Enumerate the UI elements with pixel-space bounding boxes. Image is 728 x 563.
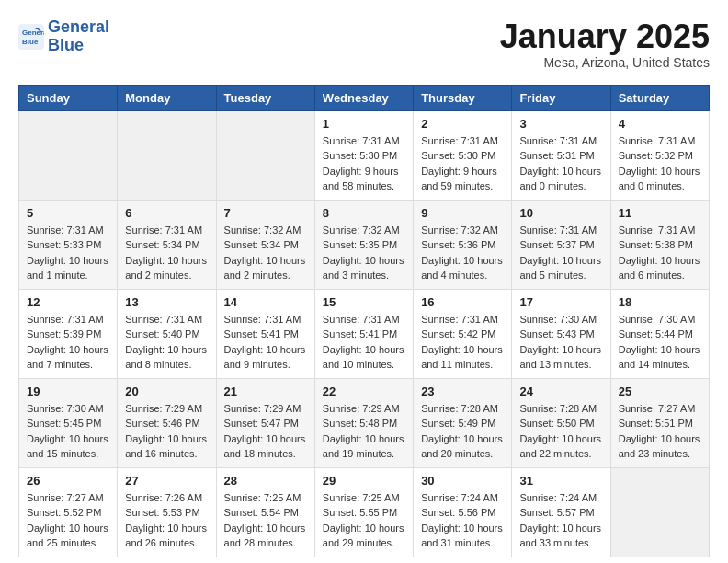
day-info: Sunrise: 7:24 AM Sunset: 5:56 PM Dayligh…: [421, 490, 504, 551]
day-cell: [118, 110, 216, 200]
sunrise-label: Sunrise: 7:24 AM: [421, 492, 498, 503]
sunrise-label: Sunrise: 7:30 AM: [619, 314, 696, 325]
day-info: Sunrise: 7:27 AM Sunset: 5:51 PM Dayligh…: [619, 401, 701, 462]
svg-text:Blue: Blue: [22, 38, 39, 46]
daylight-label: Daylight: 10 hours and 0 minutes.: [519, 166, 601, 192]
daylight-label: Daylight: 10 hours and 5 minutes.: [519, 255, 601, 282]
daylight-label: Daylight: 10 hours and 20 minutes.: [421, 433, 503, 460]
sunrise-label: Sunrise: 7:31 AM: [421, 135, 498, 146]
day-number: 12: [27, 295, 109, 309]
day-cell: 25 Sunrise: 7:27 AM Sunset: 5:51 PM Dayl…: [610, 378, 709, 467]
day-number: 11: [619, 206, 701, 220]
sunrise-label: Sunrise: 7:29 AM: [323, 403, 400, 414]
day-cell: 12 Sunrise: 7:31 AM Sunset: 5:39 PM Dayl…: [19, 289, 118, 378]
day-cell: 3 Sunrise: 7:31 AM Sunset: 5:31 PM Dayli…: [512, 110, 610, 200]
col-sunday: Sunday: [19, 85, 118, 110]
sunset-label: Sunset: 5:41 PM: [224, 328, 299, 339]
sunset-label: Sunset: 5:40 PM: [125, 328, 199, 339]
day-number: 13: [125, 295, 208, 309]
sunrise-label: Sunrise: 7:29 AM: [224, 403, 301, 414]
col-monday: Monday: [118, 85, 216, 110]
day-info: Sunrise: 7:31 AM Sunset: 5:42 PM Dayligh…: [421, 312, 504, 373]
sunrise-label: Sunrise: 7:31 AM: [27, 314, 104, 325]
sunrise-label: Sunrise: 7:26 AM: [125, 492, 202, 503]
daylight-label: Daylight: 10 hours and 2 minutes.: [125, 255, 207, 282]
day-number: 4: [619, 117, 701, 131]
day-number: 5: [27, 206, 109, 220]
sunset-label: Sunset: 5:41 PM: [323, 328, 397, 339]
sunset-label: Sunset: 5:44 PM: [619, 328, 693, 339]
daylight-label: Daylight: 9 hours and 59 minutes.: [421, 166, 497, 192]
calendar-table: Sunday Monday Tuesday Wednesday Thursday…: [18, 85, 710, 557]
day-info: Sunrise: 7:31 AM Sunset: 5:39 PM Dayligh…: [27, 312, 109, 373]
col-friday: Friday: [512, 85, 610, 110]
col-tuesday: Tuesday: [216, 85, 314, 110]
day-cell: 22 Sunrise: 7:29 AM Sunset: 5:48 PM Dayl…: [314, 378, 413, 467]
day-number: 9: [421, 206, 504, 220]
daylight-label: Daylight: 10 hours and 0 minutes.: [619, 166, 700, 192]
daylight-label: Daylight: 10 hours and 15 minutes.: [27, 433, 108, 460]
day-info: Sunrise: 7:31 AM Sunset: 5:41 PM Dayligh…: [224, 312, 307, 373]
sunrise-label: Sunrise: 7:28 AM: [519, 403, 597, 414]
day-info: Sunrise: 7:31 AM Sunset: 5:31 PM Dayligh…: [519, 133, 602, 194]
day-cell: 19 Sunrise: 7:30 AM Sunset: 5:45 PM Dayl…: [19, 378, 118, 467]
day-number: 3: [519, 117, 602, 131]
week-row-1: 1 Sunrise: 7:31 AM Sunset: 5:30 PM Dayli…: [19, 110, 710, 200]
day-cell: 28 Sunrise: 7:25 AM Sunset: 5:54 PM Dayl…: [216, 467, 314, 557]
sunset-label: Sunset: 5:36 PM: [421, 239, 495, 250]
day-number: 28: [224, 474, 307, 488]
sunrise-label: Sunrise: 7:30 AM: [519, 314, 597, 325]
sunset-label: Sunset: 5:30 PM: [323, 150, 397, 161]
day-number: 30: [421, 474, 504, 488]
sunrise-label: Sunrise: 7:31 AM: [125, 224, 202, 236]
day-number: 24: [519, 385, 602, 398]
sunrise-label: Sunrise: 7:31 AM: [224, 314, 301, 325]
sunset-label: Sunset: 5:48 PM: [323, 418, 397, 429]
sunrise-label: Sunrise: 7:31 AM: [619, 135, 696, 146]
day-info: Sunrise: 7:29 AM Sunset: 5:48 PM Dayligh…: [323, 401, 405, 462]
day-cell: 11 Sunrise: 7:31 AM Sunset: 5:38 PM Dayl…: [610, 200, 709, 289]
sunrise-label: Sunrise: 7:31 AM: [125, 314, 202, 325]
calendar-title: January 2025: [500, 18, 710, 55]
day-cell: 27 Sunrise: 7:26 AM Sunset: 5:53 PM Dayl…: [118, 467, 216, 557]
sunset-label: Sunset: 5:32 PM: [619, 150, 693, 161]
day-info: Sunrise: 7:31 AM Sunset: 5:30 PM Dayligh…: [323, 133, 405, 194]
sunset-label: Sunset: 5:37 PM: [519, 239, 594, 250]
sunrise-label: Sunrise: 7:27 AM: [619, 403, 696, 414]
day-info: Sunrise: 7:28 AM Sunset: 5:50 PM Dayligh…: [519, 401, 602, 462]
header-row: Sunday Monday Tuesday Wednesday Thursday…: [19, 85, 710, 110]
day-cell: 17 Sunrise: 7:30 AM Sunset: 5:43 PM Dayl…: [512, 289, 610, 378]
sunset-label: Sunset: 5:57 PM: [519, 507, 594, 518]
day-info: Sunrise: 7:30 AM Sunset: 5:43 PM Dayligh…: [519, 312, 602, 373]
day-info: Sunrise: 7:32 AM Sunset: 5:36 PM Dayligh…: [421, 223, 504, 283]
week-row-3: 12 Sunrise: 7:31 AM Sunset: 5:39 PM Dayl…: [19, 289, 710, 378]
day-cell: 14 Sunrise: 7:31 AM Sunset: 5:41 PM Dayl…: [216, 289, 314, 378]
sunset-label: Sunset: 5:31 PM: [519, 150, 594, 161]
sunrise-label: Sunrise: 7:32 AM: [323, 224, 400, 236]
sunset-label: Sunset: 5:43 PM: [519, 328, 594, 339]
day-cell: 26 Sunrise: 7:27 AM Sunset: 5:52 PM Dayl…: [19, 467, 118, 557]
sunrise-label: Sunrise: 7:31 AM: [519, 224, 597, 236]
col-thursday: Thursday: [414, 85, 512, 110]
daylight-label: Daylight: 10 hours and 8 minutes.: [125, 344, 207, 371]
page-header: General Blue GeneralBlue January 2025 Me…: [18, 18, 710, 70]
day-number: 19: [27, 385, 109, 398]
day-info: Sunrise: 7:31 AM Sunset: 5:34 PM Dayligh…: [125, 223, 208, 283]
sunset-label: Sunset: 5:54 PM: [224, 507, 299, 518]
day-info: Sunrise: 7:29 AM Sunset: 5:46 PM Dayligh…: [125, 401, 208, 462]
daylight-label: Daylight: 10 hours and 6 minutes.: [619, 255, 700, 282]
day-cell: [19, 110, 118, 200]
day-number: 20: [125, 385, 208, 398]
daylight-label: Daylight: 9 hours and 58 minutes.: [323, 166, 399, 192]
day-number: 21: [224, 385, 307, 398]
sunrise-label: Sunrise: 7:24 AM: [519, 492, 597, 503]
day-number: 15: [323, 295, 405, 309]
day-cell: [216, 110, 314, 200]
day-cell: 10 Sunrise: 7:31 AM Sunset: 5:37 PM Dayl…: [512, 200, 610, 289]
daylight-label: Daylight: 10 hours and 19 minutes.: [323, 433, 404, 460]
sunset-label: Sunset: 5:35 PM: [323, 239, 397, 250]
day-number: 6: [125, 206, 208, 220]
day-cell: 13 Sunrise: 7:31 AM Sunset: 5:40 PM Dayl…: [118, 289, 216, 378]
day-info: Sunrise: 7:31 AM Sunset: 5:32 PM Dayligh…: [619, 133, 701, 194]
sunset-label: Sunset: 5:51 PM: [619, 418, 693, 429]
